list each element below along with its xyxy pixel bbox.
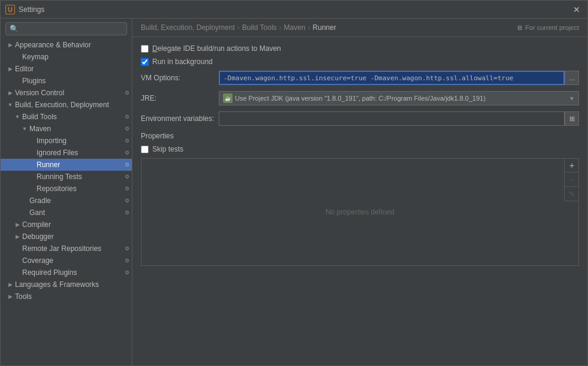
for-current-project: For current project (525, 24, 579, 31)
env-vars-expand-button[interactable]: ⊞ (565, 111, 579, 126)
sidebar-item-remote-jar[interactable]: Remote Jar Repositories ⚙ (1, 243, 132, 255)
sidebar-item-label: Ignored Files (37, 149, 122, 157)
sidebar-item-gant[interactable]: Gant ⚙ (1, 207, 132, 219)
arrow-icon: ▶ (5, 64, 15, 74)
sidebar-item-appearance[interactable]: ▶ Appearance & Behavior (1, 39, 132, 51)
sidebar-item-keymap[interactable]: Keymap (1, 51, 132, 63)
close-button[interactable]: ✕ (571, 4, 583, 16)
sidebar-item-label: Running Tests (37, 173, 122, 181)
search-box[interactable] (5, 22, 127, 35)
main-content: Build, Execution, Deployment › Build Too… (132, 19, 587, 365)
arrow-icon: ▶ (5, 280, 15, 289)
sidebar-item-label: Compiler (22, 220, 132, 229)
sidebar-item-running-tests[interactable]: Running Tests ⚙ (1, 171, 132, 183)
sidebar-item-repositories[interactable]: Repositories ⚙ (1, 183, 132, 195)
properties-empty-text: No properties defined (141, 159, 578, 265)
arrow-icon: ▶ (5, 88, 15, 98)
settings-icon: ⚙ (122, 184, 132, 193)
sidebar-item-required-plugins[interactable]: Required Plugins ⚙ (1, 267, 132, 279)
sidebar-item-build-execution[interactable]: ▼ Build, Execution, Deployment (1, 99, 132, 111)
settings-icon: ⚙ (122, 136, 132, 146)
sidebar-item-coverage[interactable]: Coverage ⚙ (1, 255, 132, 267)
background-label: Run in background (152, 58, 213, 66)
sidebar-item-label: Languages & Frameworks (15, 280, 132, 289)
sidebar-item-tools[interactable]: ▶ Tools (1, 291, 132, 303)
arrow-icon: ▶ (13, 220, 22, 229)
search-input[interactable] (10, 25, 123, 33)
env-vars-label: Environment variables: (141, 114, 219, 123)
breadcrumb-sep: › (237, 23, 240, 32)
spacer (13, 268, 22, 277)
vm-options-label: VM Options: (141, 74, 219, 82)
sidebar-item-label: Importing (37, 137, 122, 145)
breadcrumb-item-3: Maven (284, 23, 306, 32)
breadcrumb: Build, Execution, Deployment › Build Too… (132, 19, 587, 37)
vm-options-input[interactable] (219, 71, 565, 85)
skip-tests-checkbox[interactable] (141, 146, 149, 153)
settings-window: U Settings ✕ ▶ Appearance & Behavior Key… (0, 0, 588, 366)
jre-wrap: ☕ Use Project JDK (java version "1.8.0_1… (219, 91, 579, 105)
env-vars-input[interactable] (219, 111, 565, 126)
arrow-icon: ▼ (13, 112, 22, 122)
env-vars-row: Environment variables: ⊞ (141, 111, 579, 126)
app-icon: U (5, 5, 15, 14)
sidebar-item-build-tools[interactable]: ▼ Build Tools ⚙ (1, 111, 132, 123)
arrow-icon: ▶ (5, 40, 15, 50)
properties-area-container: No properties defined + − ✎ (141, 158, 579, 266)
sidebar-item-importing[interactable]: Importing ⚙ (1, 135, 132, 147)
settings-icon: ⚙ (122, 172, 132, 182)
sidebar-item-label: Gradle (29, 196, 122, 205)
sidebar-item-label: Repositories (37, 184, 122, 193)
breadcrumb-item-1: Build, Execution, Deployment (141, 23, 235, 32)
background-checkbox[interactable] (141, 58, 149, 66)
project-icon: 🖥 (516, 24, 523, 31)
properties-toolbar: + − ✎ (564, 158, 579, 201)
settings-icon: ⚙ (122, 208, 132, 217)
env-vars-wrap: ⊞ (219, 111, 579, 126)
sidebar-item-label: Required Plugins (22, 268, 122, 277)
jre-select[interactable]: ☕ Use Project JDK (java version "1.8.0_1… (219, 91, 579, 105)
settings-icon: ⚙ (122, 88, 132, 98)
edit-property-button[interactable]: ✎ (565, 187, 579, 201)
sidebar-item-ignored-files[interactable]: Ignored Files ⚙ (1, 147, 132, 159)
sidebar-item-compiler[interactable]: ▶ Compiler (1, 219, 132, 231)
sidebar-item-debugger[interactable]: ▶ Debugger (1, 231, 132, 243)
settings-icon: ⚙ (122, 148, 132, 158)
sidebar-item-maven[interactable]: ▼ Maven ⚙ (1, 123, 132, 135)
sidebar-item-label: Editor (15, 65, 132, 73)
sidebar-item-label: Build Tools (22, 113, 122, 121)
vm-options-expand-button[interactable]: … (565, 71, 579, 85)
sidebar-item-languages[interactable]: ▶ Languages & Frameworks (1, 279, 132, 291)
sidebar-item-label: Plugins (22, 77, 132, 85)
spacer (20, 196, 29, 205)
skip-tests-label: Skip tests (152, 145, 183, 153)
spacer (27, 136, 37, 146)
delegate-checkbox-row: Delegate IDE build/run actions to Maven (141, 44, 579, 53)
sidebar-item-editor[interactable]: ▶ Editor (1, 63, 132, 75)
arrow-icon: ▶ (5, 292, 15, 301)
sidebar-item-runner[interactable]: Runner ⚙ (1, 159, 132, 171)
breadcrumb-item-active: Runner (313, 23, 336, 32)
remove-property-button[interactable]: − (565, 173, 579, 187)
jre-value: Use Project JDK (java version "1.8.0_191… (235, 95, 486, 102)
window-title: Settings (19, 5, 571, 14)
sidebar-item-plugins[interactable]: Plugins (1, 75, 132, 87)
delegate-checkbox[interactable] (141, 45, 149, 53)
spacer (27, 160, 37, 170)
properties-title: Properties (141, 132, 579, 140)
spacer (13, 52, 22, 62)
sidebar-item-label: Gant (29, 208, 122, 217)
sidebar-item-label: Maven (29, 125, 122, 133)
spacer (13, 244, 22, 253)
breadcrumb-right: 🖥 For current project (516, 24, 579, 31)
delegate-label: Delegate IDE build/run actions to Maven (152, 44, 281, 53)
add-property-button[interactable]: + (565, 158, 579, 173)
vm-options-row: VM Options: … (141, 71, 579, 85)
spacer (13, 256, 22, 265)
sidebar-item-version-control[interactable]: ▶ Version Control ⚙ (1, 87, 132, 99)
sidebar-item-gradle[interactable]: Gradle ⚙ (1, 195, 132, 207)
jre-row: JRE: ☕ Use Project JDK (java version "1.… (141, 91, 579, 105)
sidebar-item-label: Debugger (22, 232, 132, 241)
sidebar-item-label: Remote Jar Repositories (22, 244, 122, 253)
sidebar: ▶ Appearance & Behavior Keymap ▶ Editor … (1, 19, 132, 365)
